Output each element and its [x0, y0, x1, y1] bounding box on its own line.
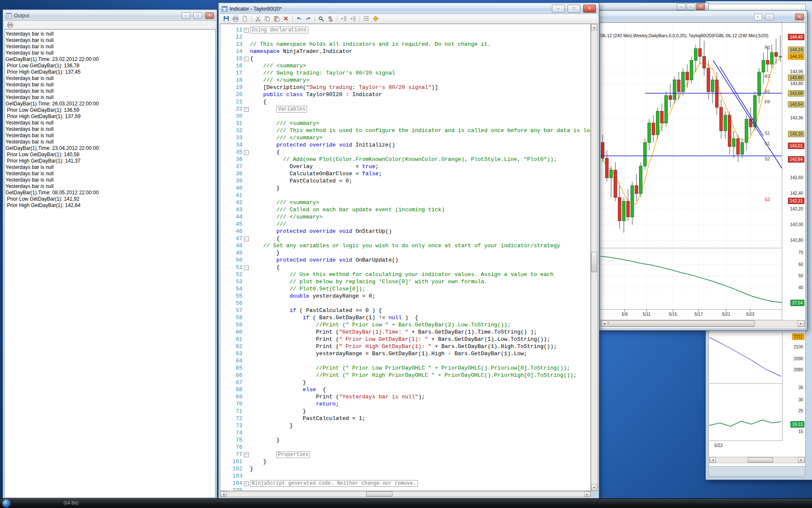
find-icon[interactable] — [317, 15, 326, 22]
code-text: /// Swing trading: Taylor's 80/20 signal — [250, 70, 395, 76]
code-text: CalculateOnBarClose = false; — [250, 171, 382, 177]
code-text: //Print (" Prior Low " + Bars.GetDayBar(… — [250, 322, 510, 328]
code-editor[interactable]: 11+Using declarations1213// This namespa… — [220, 24, 591, 491]
undo-icon[interactable] — [295, 15, 303, 22]
outdent-icon[interactable] — [340, 15, 348, 22]
output-line: Yesterdays bar is null — [5, 120, 214, 126]
scrollbar-thumb[interactable] — [591, 252, 597, 272]
line-number: 56 — [220, 300, 242, 307]
code-text: Using declarations — [250, 27, 308, 33]
output-window-icon — [6, 13, 12, 19]
redo-icon[interactable] — [304, 15, 313, 22]
scroll-left-icon[interactable]: ◄ — [601, 320, 608, 327]
fold-toggle-icon[interactable]: – — [242, 235, 250, 242]
minimize-button[interactable]: – — [765, 14, 774, 20]
copy-icon[interactable] — [263, 15, 272, 22]
code-line: 17 /// Swing trading: Taylor's 80/20 sig… — [220, 69, 590, 77]
code-text: public class Taylor80I20 : Indicator — [250, 91, 382, 98]
background-chart-plot[interactable] — [709, 332, 783, 442]
line-number: 15 — [220, 55, 242, 62]
mini-horizontal-scrollbar[interactable]: ◄ ► — [709, 457, 805, 463]
editor-window-icon — [222, 6, 228, 12]
scroll-right-icon[interactable]: ► — [798, 320, 804, 327]
line-number: 67 — [220, 379, 242, 386]
close-icon[interactable]: ✕ — [583, 5, 596, 13]
chart-panel-label: 06-12 (240 Min),Weekly,DailyBars,0,0,0,2… — [601, 33, 782, 39]
code-line: 53 // plot below by replacing 'Close[0]'… — [220, 278, 590, 285]
date-label: 5/15 — [665, 312, 680, 317]
scrollbar-thumb[interactable] — [748, 457, 773, 463]
link-button[interactable]: L — [754, 14, 762, 20]
editor-window-titlebar[interactable]: Indicator - Taylor80I20* – □ ✕ — [219, 4, 598, 14]
line-number: 60 — [220, 329, 242, 336]
save-icon[interactable] — [222, 15, 230, 22]
minimize-button[interactable]: – — [552, 5, 565, 13]
code-line: 75 } — [220, 436, 590, 444]
maximize-button[interactable]: □ — [686, 3, 695, 10]
scroll-up-icon[interactable]: ▲ — [591, 24, 597, 30]
scroll-left-icon[interactable]: ◄ — [710, 457, 716, 463]
close-icon[interactable]: ✕ — [795, 14, 804, 20]
delete-icon[interactable] — [282, 15, 290, 22]
editor-vertical-scrollbar[interactable]: ▲ ▼ — [591, 24, 598, 491]
maximize-button[interactable]: □ — [568, 5, 580, 13]
code-text: protected override void Initialize() — [250, 142, 395, 148]
close-icon[interactable]: ✕ — [696, 3, 705, 10]
code-text: /// </summary> — [250, 135, 323, 141]
taskbar-item-label: (64 Bit) — [63, 500, 78, 505]
line-number: 63 — [220, 350, 242, 357]
code-line: 50 protected override void OnBarUpdate() — [220, 257, 590, 264]
line-number: 34 — [220, 141, 242, 149]
output-window-title: Output — [14, 13, 29, 19]
scroll-right-icon[interactable]: ► — [798, 457, 804, 463]
minimize-button[interactable]: – — [677, 3, 686, 10]
start-button[interactable] — [3, 500, 10, 507]
close-icon[interactable]: ✕ — [205, 12, 214, 19]
fold-toggle-icon[interactable]: – — [242, 264, 250, 271]
paste-icon[interactable] — [272, 15, 281, 22]
editor-horizontal-scrollbar[interactable]: ◄ ► — [220, 491, 591, 497]
cut-icon[interactable] — [254, 15, 262, 22]
code-line: 74 — [220, 429, 590, 436]
fold-toggle-icon[interactable]: – — [242, 55, 250, 62]
output-line: Prior High GetDayBar(1): 142,64 — [5, 202, 214, 209]
line-number: 43 — [220, 206, 242, 213]
code-text: double yesterdayRange = 0; — [250, 293, 375, 299]
output-options-icon[interactable] — [6, 21, 14, 29]
code-text: } — [250, 458, 266, 465]
compile-icon[interactable] — [371, 15, 380, 22]
fold-toggle-icon[interactable]: – — [242, 149, 250, 156]
minimize-button[interactable]: – — [181, 12, 190, 19]
fold-toggle-icon[interactable]: + — [242, 26, 250, 33]
fold-toggle-icon[interactable]: + — [242, 451, 250, 458]
chart-horizontal-scrollbar[interactable]: ◄ ► — [601, 320, 805, 327]
price-axis-label: 2100 — [793, 344, 804, 350]
line-number: 58 — [220, 314, 242, 321]
output-content[interactable]: Yesterdays bar is nullYesterdays bar is … — [4, 29, 216, 498]
code-line: 104+NinjaScript generated code. Neither … — [220, 480, 590, 487]
line-number: 104 — [220, 480, 242, 487]
scrollbar-thumb[interactable] — [366, 491, 392, 497]
scroll-right-icon[interactable]: ► — [584, 491, 590, 497]
code-text: [Description("Swing trading: Taylor's 80… — [250, 84, 438, 91]
output-window-titlebar[interactable]: Output – □ ✕ — [4, 11, 216, 21]
indent-icon[interactable] — [349, 15, 357, 22]
line-number: 22 — [220, 105, 242, 113]
print-icon[interactable] — [231, 15, 240, 22]
output-line: Yesterdays bar is null — [5, 171, 214, 177]
output-line: Prior High GetDayBar(1): 141,37 — [5, 158, 214, 164]
scroll-down-icon[interactable]: ▼ — [591, 484, 597, 491]
scrollbar-thumb[interactable] — [609, 320, 754, 327]
maximize-button[interactable]: □ — [193, 12, 202, 19]
code-line: 15–{ — [220, 55, 590, 62]
chart-window-titlebar[interactable]: L – ✕ — [599, 11, 806, 22]
code-line: 43 /// Called on each bar update event (… — [220, 206, 590, 213]
taskbar[interactable]: (64 Bit) — [0, 498, 812, 508]
scroll-left-icon[interactable]: ◄ — [220, 491, 227, 497]
fold-toggle-icon[interactable]: + — [242, 105, 250, 113]
list-icon[interactable] — [362, 15, 370, 22]
fold-toggle-icon[interactable]: + — [242, 480, 250, 487]
replace-icon[interactable] — [326, 15, 335, 22]
new-page-icon[interactable] — [241, 15, 249, 22]
code-text: if ( Bars.GetDayBar(1) != null ) { — [250, 315, 418, 321]
